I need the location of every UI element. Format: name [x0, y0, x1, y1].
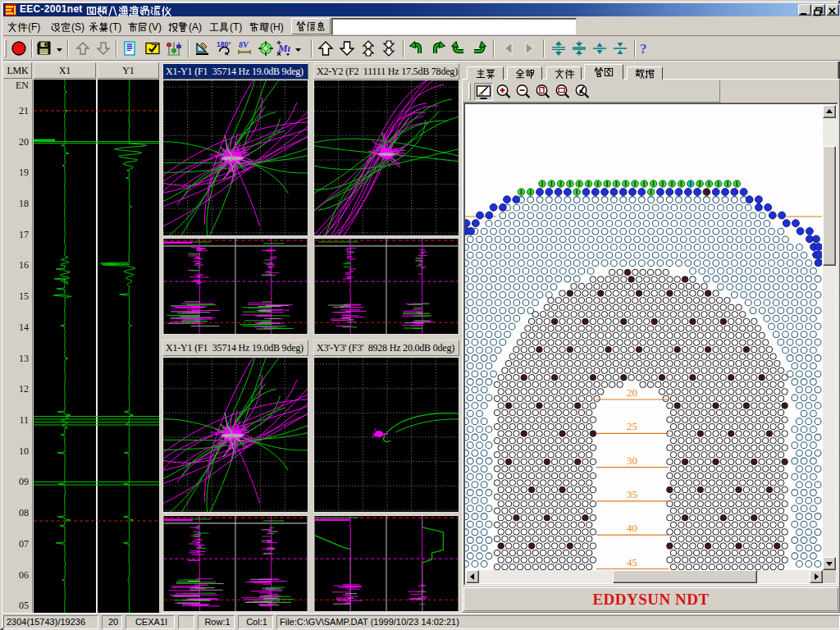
svg-text:20: 20	[627, 386, 637, 399]
svg-text:?: ?	[640, 41, 647, 57]
svg-text:8V: 8V	[239, 40, 249, 49]
svg-text:30: 30	[627, 454, 637, 467]
svg-text:Mı: Mı	[277, 42, 291, 54]
svg-text:45: 45	[627, 556, 637, 568]
svg-text:25: 25	[627, 420, 637, 432]
svg-text:35: 35	[627, 488, 637, 500]
svg-text:40: 40	[627, 522, 637, 534]
